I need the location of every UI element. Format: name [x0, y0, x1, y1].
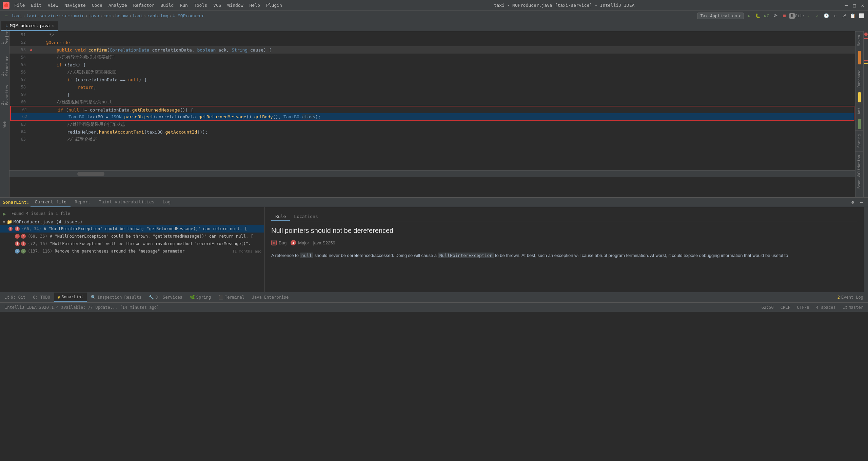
menu-bar: File Edit View Navigate Code Analyze Ref…	[12, 2, 285, 8]
severity-icon: ▲	[291, 240, 296, 245]
menu-help[interactable]: Help	[247, 2, 263, 8]
issue-row-4[interactable]: i ✓ (137, 116) Remove the parentheses ar…	[0, 247, 264, 255]
panel-tab-report[interactable]: Report	[71, 198, 95, 207]
more-run-options[interactable]: ⟳	[772, 12, 779, 20]
breadcrumb-heima[interactable]: heima	[115, 13, 129, 18]
expand-button[interactable]: ⬜	[858, 12, 865, 20]
menu-view[interactable]: View	[45, 2, 61, 8]
bean-validation-tool-window[interactable]: Bean Validation	[855, 151, 863, 192]
status-branch[interactable]: ⎇ master	[841, 303, 865, 312]
panel-tab-taint[interactable]: Taint vulnerabilities	[95, 198, 158, 207]
status-indent[interactable]: 4 spaces	[814, 303, 838, 312]
issue-row-3[interactable]: B ! (72, 16) "NullPointerException" will…	[0, 240, 264, 247]
maximize-button[interactable]: □	[852, 3, 857, 8]
tab-close-button[interactable]: ×	[52, 23, 54, 28]
menu-code[interactable]: Code	[89, 2, 105, 8]
code-line-54: 54 //只有异常的数据才需要处理	[9, 54, 855, 61]
menu-refactor[interactable]: Refactor	[131, 2, 157, 8]
menu-plugin[interactable]: Plugin	[263, 2, 285, 8]
tab-bar: ☕ MQProducer.java ×	[0, 21, 868, 31]
breadcrumb-mqproducer[interactable]: ☕ MQProducer	[172, 13, 204, 18]
web-tool-button[interactable]: Web	[1, 120, 9, 128]
editor-tab-mqproducer[interactable]: ☕ MQProducer.java ×	[1, 21, 58, 31]
terminal-tab-label: Terminal	[225, 295, 244, 300]
issue-row-2[interactable]: B ! (68, 36) A "NullPointerException" co…	[0, 233, 264, 240]
window-title: taxi - MQProducer.java [taxi-service] - …	[494, 3, 634, 8]
bottom-tab-spring[interactable]: 🌿 Spring	[186, 293, 214, 302]
rule-tab-rule[interactable]: Rule	[271, 213, 290, 221]
spring-tab-icon: 🌿	[190, 295, 195, 300]
maven-tool-window[interactable]: Maven	[855, 31, 863, 49]
panel-close-button[interactable]: —	[858, 199, 865, 206]
structure-tool-button[interactable]: Z: Structure	[1, 62, 9, 70]
stop-button[interactable]: ⏹	[781, 12, 788, 20]
copy-path-button[interactable]: 📋	[849, 12, 856, 20]
breadcrumb-taxi[interactable]: taxi	[12, 13, 22, 18]
issue-2-error-icon: !	[21, 234, 26, 239]
code-line-51: 51 */	[9, 31, 855, 39]
breadcrumb: taxi › taxi-service › src › main › java …	[12, 13, 204, 18]
nav-bar: ⬅ taxi › taxi-service › src › main › jav…	[0, 11, 868, 21]
status-update-message[interactable]: IntelliJ IDEA 2020.1.4 available: // Upd…	[3, 303, 161, 312]
run-with-coverage-button[interactable]: ▶C	[763, 12, 770, 20]
breadcrumb-src[interactable]: src	[62, 13, 70, 18]
status-charset[interactable]: UTF-8	[795, 303, 811, 312]
horizontal-scrollbar[interactable]	[9, 170, 855, 177]
bottom-tab-sonarlint[interactable]: ◉ SonarLint	[54, 293, 87, 302]
bottom-tab-enterprise[interactable]: Java Enterprise	[249, 293, 292, 302]
run-config-dropdown[interactable]: TaxiApplication ▾	[697, 13, 744, 19]
menu-run[interactable]: Run	[177, 2, 190, 8]
menu-file[interactable]: File	[12, 2, 27, 8]
menu-navigate[interactable]: Navigate	[62, 2, 88, 8]
minimize-button[interactable]: ─	[844, 3, 849, 8]
status-position[interactable]: 62:50	[760, 303, 776, 312]
menu-build[interactable]: Build	[158, 2, 176, 8]
favorites-tool-button[interactable]: 2: Favorites	[1, 91, 9, 99]
rule-tab-locations[interactable]: Locations	[290, 213, 322, 221]
close-button[interactable]: ✕	[860, 3, 865, 8]
rule-details-scrollbar[interactable]	[864, 207, 868, 292]
indent-text: 4 spaces	[816, 305, 836, 310]
back-button[interactable]: ⬅	[3, 12, 10, 20]
rule-title: Null pointers should not be dereferenced	[271, 227, 857, 235]
breadcrumb-taxi-service[interactable]: taxi-service	[26, 13, 58, 18]
bottom-tab-terminal[interactable]: ⬛ Terminal	[215, 293, 248, 302]
bottom-tab-event-log[interactable]: 2 Event Log	[834, 293, 867, 302]
git-push-button[interactable]: ✓	[805, 12, 812, 20]
menu-analyze[interactable]: Analyze	[106, 2, 130, 8]
breakpoint-53[interactable]: ●	[28, 47, 34, 53]
panel-tab-current-file[interactable]: Current file	[31, 198, 71, 207]
issue-row-1[interactable]: ! B (66, 34) A "NullPointerException" co…	[0, 225, 264, 233]
git-history-button[interactable]: 🕐	[823, 12, 830, 20]
bottom-tab-services[interactable]: 🔧 8: Services	[145, 293, 185, 302]
menu-tools[interactable]: Tools	[191, 2, 210, 8]
bottom-tab-git[interactable]: ⎇ 9: Git	[1, 293, 29, 302]
breadcrumb-rabbitmq[interactable]: rabbitmq	[147, 13, 169, 18]
git-commit-button[interactable]: ✓	[814, 12, 821, 20]
panel-settings-button[interactable]: ⚙	[849, 199, 856, 206]
run-button[interactable]: ▶	[745, 12, 753, 20]
build-button[interactable]: B	[789, 13, 795, 19]
issues-count: Found 4 issues in 1 file	[9, 210, 73, 217]
menu-window[interactable]: Window	[225, 2, 246, 8]
bottom-tab-inspection[interactable]: 🔍 Inspection Results	[87, 293, 145, 302]
project-tool-button[interactable]: 1: Project	[1, 33, 9, 41]
menu-edit[interactable]: Edit	[28, 2, 44, 8]
ant-tool-window[interactable]: Ant	[855, 104, 863, 118]
database-tool-window[interactable]: Database	[855, 66, 863, 91]
breadcrumb-java[interactable]: java	[88, 13, 99, 18]
bottom-tab-todo[interactable]: 6: TODO	[29, 293, 54, 302]
status-line-ending[interactable]: CRLF	[778, 303, 792, 312]
git-undo-button[interactable]: ↩	[831, 12, 839, 20]
issue-2-bug-icon: B	[15, 234, 20, 239]
breadcrumb-com[interactable]: com	[103, 13, 111, 18]
breadcrumb-taxi2[interactable]: taxi	[133, 13, 143, 18]
debug-button[interactable]: 🐛	[754, 12, 762, 20]
spring-tool-window[interactable]: Spring	[855, 131, 863, 151]
run-analysis-button[interactable]: ▶	[3, 211, 6, 217]
git-branches-button[interactable]: ⎇	[840, 12, 848, 20]
code-line-58: 58 return;	[9, 83, 855, 91]
menu-vcs[interactable]: VCS	[211, 2, 224, 8]
panel-tab-log[interactable]: Log	[159, 198, 175, 207]
breadcrumb-main[interactable]: main	[74, 13, 84, 18]
